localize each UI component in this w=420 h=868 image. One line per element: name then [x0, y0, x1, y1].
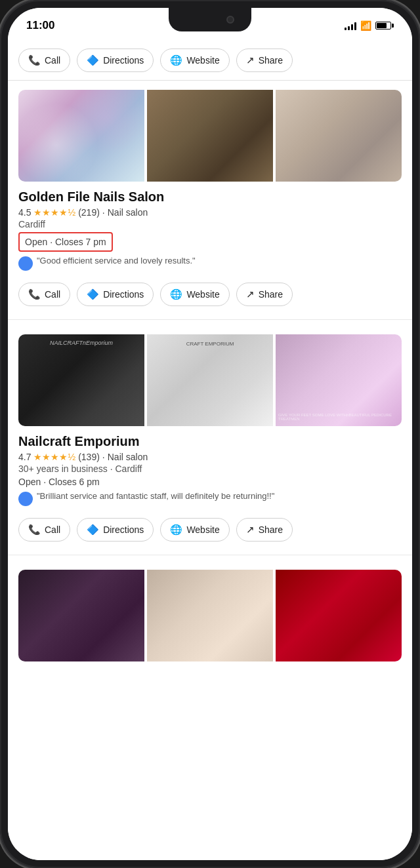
phone-icon: 📞 — [28, 54, 41, 66]
nailcraft-directions-button[interactable]: 🔷 Directions — [77, 518, 154, 542]
camera-dot — [226, 16, 234, 24]
golden-directions-icon: 🔷 — [87, 288, 99, 300]
nailcraft-dot: · — [102, 452, 105, 462]
nailcraft-images[interactable] — [18, 334, 402, 426]
top-website-label: Website — [186, 55, 219, 66]
top-website-button[interactable]: 🌐 Website — [160, 49, 229, 72]
golden-directions-button[interactable]: 🔷 Directions — [77, 283, 154, 306]
top-directions-label: Directions — [103, 55, 144, 66]
nailcraft-directions-label: Directions — [103, 524, 144, 535]
nailcraft-count: (139) — [78, 452, 100, 462]
golden-call-button[interactable]: 📞 Call — [18, 283, 70, 306]
nailcraft-avatar — [18, 492, 33, 506]
golden-share-icon: ↗ — [246, 288, 255, 300]
nailcraft-stars: ★★★★½ — [33, 452, 75, 462]
third-img-3[interactable] — [276, 570, 402, 661]
golden-file-dot: · — [102, 207, 105, 218]
signal-icon — [345, 21, 356, 30]
golden-call-label: Call — [45, 289, 60, 300]
golden-share-button[interactable]: ↗ Share — [236, 283, 293, 306]
third-img-2[interactable] — [147, 570, 273, 661]
golden-website-icon: 🌐 — [170, 288, 182, 300]
golden-file-category: Nail salon — [108, 207, 148, 218]
top-share-button[interactable]: ↗ Share — [236, 49, 293, 72]
golden-phone-icon: 📞 — [28, 288, 41, 300]
first-action-bar: 📞 Call 🔷 Directions 🌐 Website ↗ Share — [8, 43, 412, 81]
golden-website-button[interactable]: 🌐 Website — [160, 283, 229, 306]
website-icon-1: 🌐 — [170, 54, 182, 66]
top-call-button[interactable]: 📞 Call — [18, 49, 70, 72]
golden-file-img-1[interactable] — [18, 90, 144, 182]
golden-file-location: Cardiff — [18, 219, 402, 229]
share-icon-1: ↗ — [246, 54, 255, 66]
golden-file-card: Golden File Nails Salon 4.5 ★★★★½ (219) … — [8, 81, 412, 314]
nailcraft-years-location: 30+ years in business · Cardiff — [18, 464, 402, 474]
nailcraft-img-3[interactable] — [276, 334, 402, 426]
nailcraft-call-button[interactable]: 📞 Call — [18, 518, 70, 542]
golden-file-meta: 4.5 ★★★★½ (219) · Nail salon — [18, 207, 402, 218]
top-directions-button[interactable]: 🔷 Directions — [77, 49, 154, 72]
notch — [169, 8, 251, 31]
top-share-label: Share — [259, 55, 283, 66]
nailcraft-name[interactable]: Nailcraft Emporium — [18, 434, 402, 449]
nailcraft-review: "Brilliant service and fantastic staff, … — [18, 491, 402, 506]
nailcraft-call-label: Call — [45, 524, 60, 535]
nailcraft-share-button[interactable]: ↗ Share — [236, 518, 293, 542]
golden-file-stars: ★★★★½ — [33, 207, 75, 218]
golden-file-rating: 4.5 — [18, 207, 31, 218]
nailcraft-website-icon: 🌐 — [170, 524, 182, 536]
nailcraft-directions-icon: 🔷 — [87, 524, 99, 536]
top-call-label: Call — [45, 55, 60, 66]
phone-screen: 11:00 📶 — [8, 8, 412, 860]
golden-file-hours: Open · Closes 7 pm — [25, 237, 106, 247]
golden-file-count: (219) — [78, 207, 100, 218]
golden-directions-label: Directions — [103, 289, 144, 300]
nailcraft-hours: Open · Closes 6 pm — [18, 477, 402, 487]
golden-file-hours-highlight: Open · Closes 7 pm — [18, 232, 113, 252]
golden-file-img-2[interactable] — [147, 90, 273, 182]
nailcraft-card: Nailcraft Emporium 4.7 ★★★★½ (139) · Nai… — [8, 325, 412, 549]
nailcraft-img-2[interactable] — [147, 334, 273, 426]
nailcraft-share-label: Share — [259, 524, 283, 535]
nailcraft-phone-icon: 📞 — [28, 524, 41, 536]
nailcraft-website-button[interactable]: 🌐 Website — [160, 518, 229, 542]
golden-file-action-bar: 📞 Call 🔷 Directions 🌐 Website ↗ Share — [18, 277, 402, 314]
third-card-partial — [8, 561, 412, 679]
third-images[interactable] — [18, 570, 402, 661]
golden-file-review: "Good efficient service and lovely resul… — [18, 256, 402, 271]
nailcraft-website-label: Website — [186, 524, 219, 535]
nailcraft-rating: 4.7 — [18, 452, 31, 462]
third-img-1[interactable] — [18, 570, 144, 661]
golden-file-avatar — [18, 256, 33, 271]
wifi-icon: 📶 — [360, 20, 371, 31]
golden-website-label: Website — [186, 289, 219, 300]
phone-frame: 11:00 📶 — [0, 0, 420, 868]
golden-file-name[interactable]: Golden File Nails Salon — [18, 189, 402, 205]
nailcraft-share-icon: ↗ — [246, 524, 255, 536]
directions-icon-1: 🔷 — [87, 54, 99, 66]
nailcraft-years: 30+ years in business — [18, 464, 108, 474]
golden-file-review-text: "Good efficient service and lovely resul… — [37, 256, 196, 266]
nailcraft-action-bar: 📞 Call 🔷 Directions 🌐 Website ↗ Share — [18, 513, 402, 549]
nailcraft-meta: 4.7 ★★★★½ (139) · Nail salon — [18, 452, 402, 462]
golden-file-images[interactable] — [18, 90, 402, 182]
divider-2 — [8, 555, 412, 555]
nailcraft-review-text: "Brilliant service and fantastic staff, … — [37, 491, 274, 501]
divider-1 — [8, 319, 412, 320]
status-time: 11:00 — [26, 19, 54, 32]
scroll-content[interactable]: 📞 Call 🔷 Directions 🌐 Website ↗ Share — [8, 43, 412, 860]
golden-file-img-3[interactable] — [276, 90, 402, 182]
nailcraft-img-1[interactable] — [18, 334, 144, 426]
status-icons: 📶 — [345, 20, 394, 31]
battery-icon — [375, 22, 394, 30]
golden-share-label: Share — [259, 289, 283, 300]
nailcraft-location: Cardiff — [115, 464, 142, 474]
nailcraft-category: Nail salon — [108, 452, 148, 462]
